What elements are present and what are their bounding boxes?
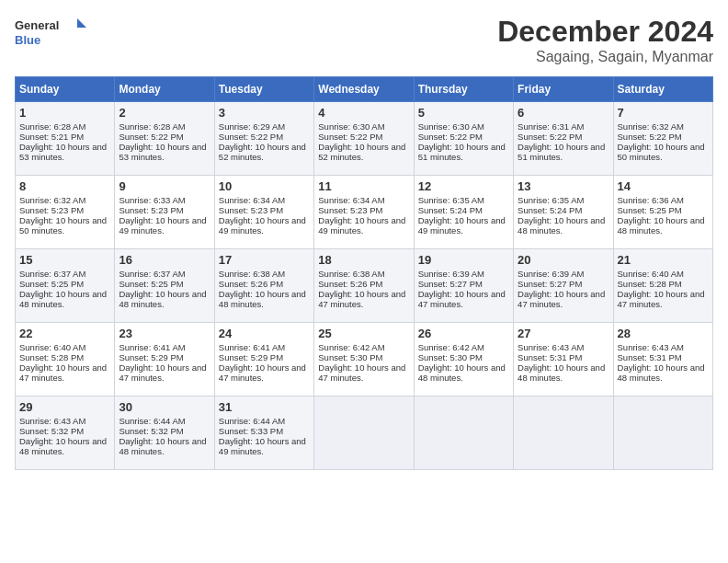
day-cell-18: 18Sunrise: 6:38 AMSunset: 5:26 PMDayligh…	[314, 249, 414, 323]
calendar-table: SundayMondayTuesdayWednesdayThursdayFrid…	[15, 76, 713, 470]
sunset-text: Sunset: 5:25 PM	[119, 279, 183, 289]
day-number: 18	[318, 253, 409, 267]
sunrise-text: Sunrise: 6:35 AM	[518, 195, 584, 205]
day-number: 20	[518, 253, 609, 267]
daylight-text: Daylight: 10 hours and 48 minutes.	[19, 436, 107, 456]
empty-cell	[414, 396, 513, 470]
daylight-text: Daylight: 10 hours and 49 minutes.	[219, 215, 306, 236]
day-cell-15: 15Sunrise: 6:37 AMSunset: 5:25 PMDayligh…	[16, 249, 115, 323]
day-number: 25	[318, 327, 409, 340]
day-cell-22: 22Sunrise: 6:40 AMSunset: 5:28 PMDayligh…	[16, 323, 115, 396]
sunset-text: Sunset: 5:22 PM	[219, 132, 283, 142]
sunset-text: Sunset: 5:23 PM	[318, 205, 382, 215]
daylight-text: Daylight: 10 hours and 47 minutes.	[219, 362, 306, 383]
sunrise-text: Sunrise: 6:28 AM	[19, 121, 85, 132]
day-cell-1: 1Sunrise: 6:28 AMSunset: 5:21 PMDaylight…	[16, 102, 115, 176]
day-cell-24: 24Sunrise: 6:41 AMSunset: 5:29 PMDayligh…	[214, 323, 313, 396]
daylight-text: Daylight: 10 hours and 47 minutes.	[418, 289, 506, 309]
day-cell-29: 29Sunrise: 6:43 AMSunset: 5:32 PMDayligh…	[16, 396, 115, 470]
sunrise-text: Sunrise: 6:29 AM	[219, 121, 285, 132]
daylight-text: Daylight: 10 hours and 47 minutes.	[518, 289, 605, 309]
daylight-text: Daylight: 10 hours and 47 minutes.	[318, 289, 405, 309]
sunset-text: Sunset: 5:33 PM	[219, 426, 283, 436]
header-friday: Friday	[514, 77, 613, 102]
logo: General Blue	[15, 15, 88, 52]
sunset-text: Sunset: 5:22 PM	[518, 132, 582, 142]
calendar-week-1: 1Sunrise: 6:28 AMSunset: 5:21 PMDaylight…	[16, 102, 713, 176]
day-number: 4	[318, 106, 409, 120]
day-cell-3: 3Sunrise: 6:29 AMSunset: 5:22 PMDaylight…	[214, 102, 313, 176]
sunset-text: Sunset: 5:25 PM	[618, 205, 682, 215]
sunrise-text: Sunrise: 6:42 AM	[318, 342, 384, 352]
day-number: 23	[119, 327, 210, 340]
day-number: 2	[119, 106, 210, 120]
day-cell-20: 20Sunrise: 6:39 AMSunset: 5:27 PMDayligh…	[514, 249, 613, 323]
sunrise-text: Sunrise: 6:41 AM	[119, 342, 185, 352]
sunset-text: Sunset: 5:26 PM	[219, 279, 283, 289]
sunset-text: Sunset: 5:27 PM	[418, 279, 483, 289]
day-number: 15	[19, 253, 110, 267]
day-cell-25: 25Sunrise: 6:42 AMSunset: 5:30 PMDayligh…	[314, 323, 414, 396]
day-number: 1	[19, 106, 110, 120]
daylight-text: Daylight: 10 hours and 47 minutes.	[318, 362, 405, 383]
svg-text:Blue: Blue	[15, 33, 40, 47]
sunset-text: Sunset: 5:26 PM	[318, 279, 382, 289]
header-monday: Monday	[115, 77, 214, 102]
sunrise-text: Sunrise: 6:32 AM	[618, 121, 684, 132]
sunrise-text: Sunrise: 6:28 AM	[119, 121, 185, 132]
day-number: 29	[19, 400, 110, 414]
sunrise-text: Sunrise: 6:40 AM	[618, 269, 684, 279]
day-cell-5: 5Sunrise: 6:30 AMSunset: 5:22 PMDaylight…	[414, 102, 513, 176]
sunset-text: Sunset: 5:30 PM	[318, 352, 382, 362]
sunset-text: Sunset: 5:29 PM	[219, 352, 283, 362]
sunrise-text: Sunrise: 6:31 AM	[518, 121, 584, 132]
day-cell-16: 16Sunrise: 6:37 AMSunset: 5:25 PMDayligh…	[115, 249, 214, 323]
day-number: 30	[119, 400, 210, 414]
day-cell-13: 13Sunrise: 6:35 AMSunset: 5:24 PMDayligh…	[514, 176, 613, 249]
empty-cell	[514, 396, 613, 470]
sunrise-text: Sunrise: 6:37 AM	[19, 269, 85, 279]
day-number: 9	[119, 179, 210, 193]
day-cell-6: 6Sunrise: 6:31 AMSunset: 5:22 PMDaylight…	[514, 102, 613, 176]
daylight-text: Daylight: 10 hours and 53 minutes.	[119, 142, 206, 162]
page-header: General Blue December 2024 Sagaing, Saga…	[15, 15, 713, 65]
daylight-text: Daylight: 10 hours and 49 minutes.	[318, 215, 405, 236]
daylight-text: Daylight: 10 hours and 51 minutes.	[418, 142, 506, 162]
daylight-text: Daylight: 10 hours and 48 minutes.	[518, 215, 605, 236]
sunset-text: Sunset: 5:28 PM	[618, 279, 682, 289]
sunrise-text: Sunrise: 6:38 AM	[219, 269, 285, 279]
day-number: 5	[418, 106, 509, 120]
day-cell-19: 19Sunrise: 6:39 AMSunset: 5:27 PMDayligh…	[414, 249, 513, 323]
day-number: 7	[618, 106, 709, 120]
day-number: 26	[418, 327, 509, 340]
sunrise-text: Sunrise: 6:43 AM	[618, 342, 684, 352]
day-number: 12	[418, 179, 509, 193]
header-tuesday: Tuesday	[214, 77, 313, 102]
daylight-text: Daylight: 10 hours and 48 minutes.	[219, 289, 306, 309]
daylight-text: Daylight: 10 hours and 48 minutes.	[119, 289, 206, 309]
day-cell-23: 23Sunrise: 6:41 AMSunset: 5:29 PMDayligh…	[115, 323, 214, 396]
day-cell-10: 10Sunrise: 6:34 AMSunset: 5:23 PMDayligh…	[214, 176, 313, 249]
day-number: 27	[518, 327, 609, 340]
sunrise-text: Sunrise: 6:33 AM	[119, 195, 185, 205]
logo-svg: General Blue	[15, 15, 88, 52]
day-number: 28	[618, 327, 709, 340]
day-cell-27: 27Sunrise: 6:43 AMSunset: 5:31 PMDayligh…	[514, 323, 613, 396]
day-cell-11: 11Sunrise: 6:34 AMSunset: 5:23 PMDayligh…	[314, 176, 414, 249]
sunrise-text: Sunrise: 6:30 AM	[418, 121, 484, 132]
day-cell-17: 17Sunrise: 6:38 AMSunset: 5:26 PMDayligh…	[214, 249, 313, 323]
sunset-text: Sunset: 5:22 PM	[119, 132, 183, 142]
sunrise-text: Sunrise: 6:34 AM	[219, 195, 285, 205]
sunset-text: Sunset: 5:32 PM	[19, 426, 84, 436]
calendar-week-4: 22Sunrise: 6:40 AMSunset: 5:28 PMDayligh…	[16, 323, 713, 396]
daylight-text: Daylight: 10 hours and 51 minutes.	[518, 142, 605, 162]
calendar-header-row: SundayMondayTuesdayWednesdayThursdayFrid…	[16, 77, 713, 102]
sunset-text: Sunset: 5:22 PM	[618, 132, 682, 142]
daylight-text: Daylight: 10 hours and 49 minutes.	[418, 215, 506, 236]
calendar-week-5: 29Sunrise: 6:43 AMSunset: 5:32 PMDayligh…	[16, 396, 713, 470]
day-number: 14	[618, 179, 709, 193]
day-number: 10	[219, 179, 310, 193]
day-cell-7: 7Sunrise: 6:32 AMSunset: 5:22 PMDaylight…	[613, 102, 712, 176]
sunrise-text: Sunrise: 6:38 AM	[318, 269, 384, 279]
sunset-text: Sunset: 5:24 PM	[418, 205, 483, 215]
